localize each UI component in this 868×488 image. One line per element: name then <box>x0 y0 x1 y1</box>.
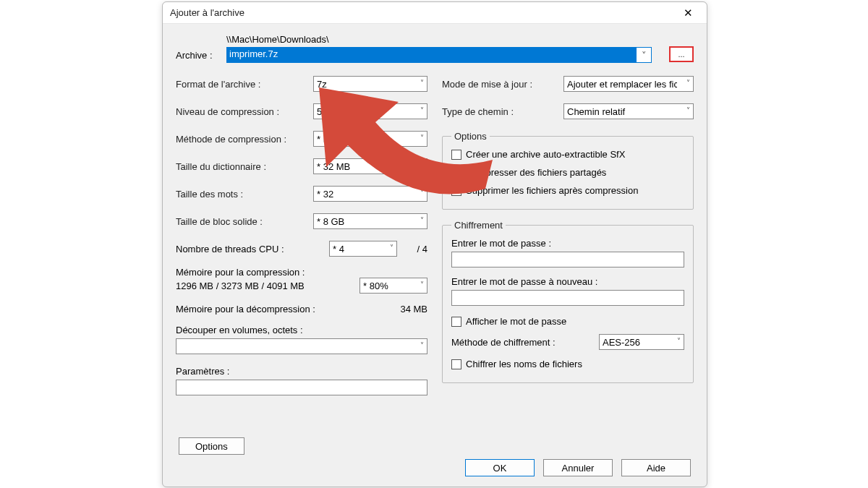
encryption-legend: Chiffrement <box>451 220 506 231</box>
chevron-down-icon: ˅ <box>420 189 424 197</box>
path-mode-value: Chemin relatif <box>567 106 625 117</box>
compress-memory-pct-value: * 80% <box>363 281 388 291</box>
update-mode-label: Mode de mise à jour : <box>442 79 556 90</box>
close-icon: ✕ <box>684 7 693 20</box>
compression-level-label: Niveau de compression : <box>176 106 306 117</box>
solid-block-label: Taille de bloc solide : <box>176 216 306 227</box>
word-size-combo[interactable]: * 32 ˅ <box>313 186 427 202</box>
encrypt-filenames-label: Chiffrer les noms de fichiers <box>466 359 582 369</box>
chevron-down-icon: ˅ <box>420 134 424 142</box>
chevron-down-icon: ˅ <box>420 216 424 224</box>
cancel-button[interactable]: Annuler <box>543 459 613 476</box>
chevron-down-icon: ˅ <box>420 106 424 114</box>
compression-method-label: Méthode de compression : <box>176 134 306 145</box>
compression-method-value: * LZM <box>317 134 342 145</box>
chevron-down-icon: ˅ <box>420 161 424 169</box>
parameters-label: Paramètres : <box>176 366 427 377</box>
cpu-threads-combo[interactable]: * 4 ˅ <box>329 241 397 257</box>
browse-button[interactable]: ... <box>669 46 694 62</box>
word-size-label: Taille des mots : <box>176 189 306 200</box>
password-repeat-input[interactable] <box>451 290 684 306</box>
archive-format-combo[interactable]: 7z ˅ <box>313 76 427 92</box>
help-button[interactable]: Aide <box>621 459 691 476</box>
sfx-checkbox[interactable]: Créer une archive auto-extractible SfX <box>451 149 684 160</box>
options-button[interactable]: Options <box>179 437 244 455</box>
options-button-label: Options <box>195 441 228 452</box>
checkbox-icon <box>451 168 461 178</box>
path-mode-combo[interactable]: Chemin relatif ˅ <box>563 103 694 119</box>
show-password-checkbox[interactable]: Afficher le mot de passe <box>451 316 684 327</box>
encryption-method-label: Méthode de chiffrement : <box>451 337 592 348</box>
decompress-memory-label: Mémoire pour la décompression : <box>176 304 384 314</box>
encryption-method-value: AES-256 <box>603 337 640 348</box>
dictionary-size-label: Taille du dictionnaire : <box>176 161 306 172</box>
window-title: Ajouter à l'archive <box>170 7 244 18</box>
archive-filename-combo[interactable]: imprimer.7z ˅ <box>226 47 652 63</box>
cancel-button-label: Annuler <box>562 463 595 474</box>
word-size-value: * 32 <box>317 189 333 200</box>
compression-level-combo[interactable]: 5 ˅ <box>313 103 427 119</box>
compression-level-value: 5 <box>317 106 322 117</box>
chevron-down-icon: ˅ <box>420 341 424 349</box>
solid-block-value: * 8 GB <box>317 216 344 227</box>
chevron-down-icon: ˅ <box>420 281 424 288</box>
archive-filename-selected: imprimer.7z <box>227 48 637 62</box>
chevron-down-icon: ˅ <box>677 337 681 345</box>
encryption-group: Chiffrement Entrer le mot de passe : Ent… <box>442 220 694 383</box>
shared-files-checkbox[interactable]: Compresser des fichiers partagés <box>451 167 684 178</box>
archive-format-value: 7z <box>317 79 327 90</box>
encrypt-filenames-checkbox[interactable]: Chiffrer les noms de fichiers <box>451 359 684 369</box>
password-repeat-label: Entrer le mot de passe à nouveau : <box>451 276 684 287</box>
dictionary-size-value: * 32 MB <box>317 161 350 172</box>
path-mode-label: Type de chemin : <box>442 106 556 117</box>
chevron-down-icon: ˅ <box>686 106 690 114</box>
ellipsis-icon: ... <box>678 50 684 59</box>
dictionary-size-combo[interactable]: * 32 MB ˅ <box>313 158 427 174</box>
shared-files-label: Compresser des fichiers partagés <box>466 167 606 178</box>
update-mode-value: Ajouter et remplacer les fich <box>567 79 677 90</box>
archive-path: \\Mac\Home\Downloads\ <box>226 34 652 45</box>
delete-after-label: Supprimer les fichiers après compression <box>466 185 638 196</box>
delete-after-checkbox[interactable]: Supprimer les fichiers après compression <box>451 185 684 196</box>
chevron-down-icon: ˅ <box>420 79 424 87</box>
close-button[interactable]: ✕ <box>675 4 701 22</box>
archive-format-label: Format de l'archive : <box>176 79 306 90</box>
options-legend: Options <box>451 131 490 142</box>
show-password-label: Afficher le mot de passe <box>466 316 566 327</box>
titlebar: Ajouter à l'archive ✕ <box>163 2 707 24</box>
checkbox-icon <box>451 317 461 327</box>
compression-method-combo[interactable]: * LZM ˅ <box>313 131 427 147</box>
archive-label: Archive : <box>176 34 216 61</box>
compress-memory-label: Mémoire pour la compression : <box>176 267 427 278</box>
parameters-input[interactable] <box>176 380 427 395</box>
decompress-memory-value: 34 MB <box>384 304 427 314</box>
split-volumes-label: Découper en volumes, octets : <box>176 325 427 335</box>
sfx-label: Créer une archive auto-extractible SfX <box>466 149 625 160</box>
checkbox-icon <box>451 150 461 160</box>
chevron-down-icon: ˅ <box>686 79 690 87</box>
encryption-method-combo[interactable]: AES-256 ˅ <box>599 334 684 350</box>
ok-button-label: OK <box>493 463 507 474</box>
help-button-label: Aide <box>647 463 665 474</box>
password-input[interactable] <box>451 252 684 267</box>
compress-memory-pct-combo[interactable]: * 80% ˅ <box>359 278 427 294</box>
ok-button[interactable]: OK <box>465 459 535 476</box>
chevron-down-icon: ˅ <box>637 48 651 62</box>
compress-memory-values: 1296 MB / 3273 MB / 4091 MB <box>176 281 354 291</box>
cpu-threads-label: Nombre de threads CPU : <box>176 244 323 254</box>
update-mode-combo[interactable]: Ajouter et remplacer les fich ˅ <box>563 76 694 92</box>
checkbox-icon <box>451 359 461 369</box>
chevron-down-icon: ˅ <box>390 244 393 252</box>
split-volumes-combo[interactable]: ˅ <box>176 338 427 354</box>
cpu-threads-value: * 4 <box>333 244 344 254</box>
cpu-threads-total: / 4 <box>403 244 427 254</box>
add-to-archive-dialog: Ajouter à l'archive ✕ Archive : \\Mac\Ho… <box>162 1 707 487</box>
solid-block-combo[interactable]: * 8 GB ˅ <box>313 213 427 229</box>
options-group: Options Créer une archive auto-extractib… <box>442 131 694 210</box>
password-label: Entrer le mot de passe : <box>451 238 684 249</box>
checkbox-icon <box>451 186 461 196</box>
